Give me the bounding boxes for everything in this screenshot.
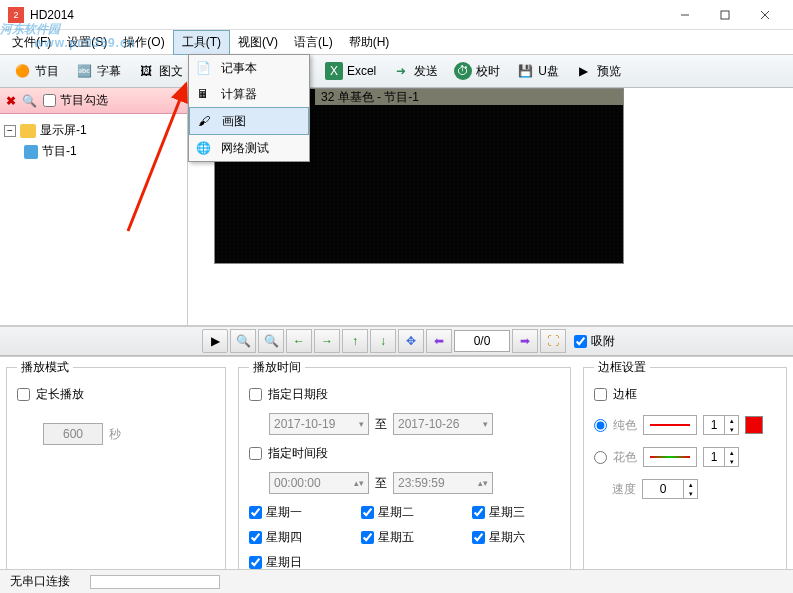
menu-settings[interactable]: 设置(S) <box>59 31 115 54</box>
tb-udisk-label: U盘 <box>538 63 559 80</box>
menu-file[interactable]: 文件(F) <box>4 31 59 54</box>
imgtext-icon: 🖼 <box>137 62 155 80</box>
excel-icon: X <box>325 62 343 80</box>
speed-spin[interactable]: ▴▾ <box>642 479 698 499</box>
calculator-icon: 🖩 <box>193 85 213 103</box>
tree-root-label: 显示屏-1 <box>40 122 87 139</box>
tree-root[interactable]: − 显示屏-1 <box>4 120 183 141</box>
tb-udisk[interactable]: 💾U盘 <box>509 58 566 84</box>
menu-view[interactable]: 视图(V) <box>230 31 286 54</box>
nav-prev[interactable]: ⬅ <box>426 329 452 353</box>
color-box[interactable] <box>745 416 763 434</box>
wk-mon[interactable]: 星期一 <box>249 504 337 521</box>
tb-timing[interactable]: ⏱校时 <box>447 58 507 84</box>
pattern-spin[interactable]: ▴▾ <box>703 447 739 467</box>
program-check-label[interactable]: 节目勾选 <box>43 92 108 109</box>
nav-move[interactable]: ✥ <box>398 329 424 353</box>
radio-solid[interactable] <box>594 419 607 432</box>
tb-subtitle-label: 字幕 <box>97 63 121 80</box>
time-range-check[interactable] <box>249 447 262 460</box>
pattern-label: 花色 <box>613 449 637 466</box>
preview-strip: 32 单基色 - 节目-1 <box>315 89 623 105</box>
solid-spin[interactable]: ▴▾ <box>703 415 739 435</box>
menubar: 文件(F) 设置(S) 操作(O) 工具(T) 视图(V) 语言(L) 帮助(H… <box>0 30 793 54</box>
maximize-button[interactable] <box>705 1 745 29</box>
tb-send[interactable]: ➜发送 <box>385 58 445 84</box>
snap-check[interactable] <box>574 335 587 348</box>
minimize-button[interactable] <box>665 1 705 29</box>
program-check[interactable] <box>43 94 56 107</box>
time-range-label: 指定时间段 <box>268 445 328 462</box>
menu-help[interactable]: 帮助(H) <box>341 31 398 54</box>
toolbar: 🟠节目 🔤字幕 🖼图文 度▼ ✦动画字 XExcel ➜发送 ⏱校时 💾U盘 ▶… <box>0 54 793 88</box>
paint-icon: 🖌 <box>194 112 214 130</box>
notepad-icon: 📄 <box>193 59 213 77</box>
seconds-field[interactable] <box>43 423 103 445</box>
tree-child-label: 节目-1 <box>42 143 77 160</box>
time-to[interactable]: 23:59:59▴▾ <box>393 472 493 494</box>
search-icon[interactable]: 🔍 <box>22 94 37 108</box>
wk-thu[interactable]: 星期四 <box>249 529 337 546</box>
fixed-len-check[interactable] <box>17 388 30 401</box>
tb-subtitle[interactable]: 🔤字幕 <box>68 58 128 84</box>
date-range-check[interactable] <box>249 388 262 401</box>
tb-preview[interactable]: ▶预览 <box>568 58 628 84</box>
status-bar: 无串口连接 <box>0 569 793 593</box>
dd-calc[interactable]: 🖩 计算器 <box>189 81 309 107</box>
tb-excel[interactable]: XExcel <box>318 58 383 84</box>
date-to[interactable]: 2017-10-26▾ <box>393 413 493 435</box>
window-title: HD2014 <box>30 8 665 22</box>
page-field[interactable] <box>454 330 510 352</box>
wk-wed[interactable]: 星期三 <box>472 504 560 521</box>
menu-lang[interactable]: 语言(L) <box>286 31 341 54</box>
legend-playmode: 播放模式 <box>17 359 73 376</box>
wk-tue[interactable]: 星期二 <box>361 504 449 521</box>
nav-fit[interactable]: ⛶ <box>540 329 566 353</box>
pattern-swatch[interactable] <box>643 447 697 467</box>
tb-program[interactable]: 🟠节目 <box>6 58 66 84</box>
tb-excel-label: Excel <box>347 64 376 78</box>
date-to-lbl: 至 <box>375 416 387 433</box>
dd-paint[interactable]: 🖌 画图 <box>189 107 309 135</box>
tools-dropdown: 📄 记事本 🖩 计算器 🖌 画图 🌐 网络测试 <box>188 54 310 162</box>
nav-left[interactable]: ← <box>286 329 312 353</box>
nav-zoomin[interactable]: 🔍 <box>258 329 284 353</box>
wk-fri[interactable]: 星期五 <box>361 529 449 546</box>
play-icon: ▶ <box>575 62 593 80</box>
nav-zoomout[interactable]: 🔍 <box>230 329 256 353</box>
collapse-icon[interactable]: − <box>4 125 16 137</box>
snap-label[interactable]: 吸附 <box>574 333 615 350</box>
tree-child[interactable]: 节目-1 <box>24 141 183 162</box>
solid-swatch[interactable] <box>643 415 697 435</box>
snap-text: 吸附 <box>591 333 615 350</box>
border-check[interactable] <box>594 388 607 401</box>
close-button[interactable] <box>745 1 785 29</box>
subtitle-icon: 🔤 <box>75 62 93 80</box>
menu-operate[interactable]: 操作(O) <box>115 31 172 54</box>
radio-pattern[interactable] <box>594 451 607 464</box>
date-from[interactable]: 2017-10-19▾ <box>269 413 369 435</box>
delete-icon[interactable]: ✖ <box>6 94 16 108</box>
dd-nettest-label: 网络测试 <box>221 140 269 157</box>
wk-sat[interactable]: 星期六 <box>472 529 560 546</box>
dd-notepad-label: 记事本 <box>221 60 257 77</box>
tb-preview-label: 预览 <box>597 63 621 80</box>
dd-nettest[interactable]: 🌐 网络测试 <box>189 135 309 161</box>
nav-next[interactable]: ➡ <box>512 329 538 353</box>
tb-imgtext[interactable]: 🖼图文 <box>130 58 190 84</box>
nav-play[interactable]: ▶ <box>202 329 228 353</box>
status-text: 无串口连接 <box>10 573 70 590</box>
time-from[interactable]: 00:00:00▴▾ <box>269 472 369 494</box>
app-icon: 2 <box>8 7 24 23</box>
menu-tools[interactable]: 工具(T) <box>173 30 230 55</box>
tb-program-label: 节目 <box>35 63 59 80</box>
program-icon: 🟠 <box>13 62 31 80</box>
nav-right[interactable]: → <box>314 329 340 353</box>
send-icon: ➜ <box>392 62 410 80</box>
nav-down[interactable]: ↓ <box>370 329 396 353</box>
left-panel-header: ✖ 🔍 节目勾选 <box>0 88 187 114</box>
nav-up[interactable]: ↑ <box>342 329 368 353</box>
dd-notepad[interactable]: 📄 记事本 <box>189 55 309 81</box>
date-range-label: 指定日期段 <box>268 386 328 403</box>
panel-playtime: 播放时间 指定日期段 2017-10-19▾ 至 2017-10-26▾ 指定时… <box>238 367 571 574</box>
